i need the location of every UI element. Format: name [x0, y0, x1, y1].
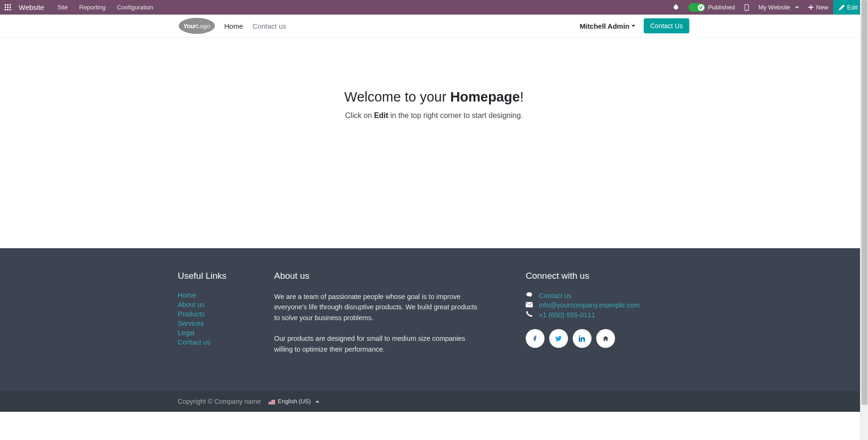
linkedin-button[interactable]: [573, 329, 592, 348]
bottom-bar: Copyright © Company name English (US): [0, 391, 868, 412]
facebook-icon: [532, 335, 538, 342]
svg-rect-17: [268, 402, 275, 402]
app-name[interactable]: Website: [19, 3, 44, 11]
facebook-button[interactable]: [526, 329, 544, 348]
svg-rect-1: [7, 4, 8, 6]
home-button[interactable]: [596, 329, 615, 348]
menu-configuration[interactable]: Configuration: [115, 4, 155, 11]
contact-us-button[interactable]: Contact Us: [644, 18, 689, 33]
svg-rect-20: [268, 400, 271, 402]
menu-site[interactable]: Site: [55, 4, 70, 11]
flag-icon: [268, 399, 275, 404]
svg-rect-2: [9, 4, 11, 6]
connect-title: Connect with us: [526, 271, 690, 281]
connect-phone-link[interactable]: +1 (650) 555-0111: [539, 311, 595, 319]
pencil-icon: [839, 5, 844, 10]
envelope-icon: [526, 301, 533, 309]
svg-rect-7: [7, 9, 8, 10]
svg-rect-13: [526, 302, 533, 307]
footer-link-legal[interactable]: Legal: [178, 329, 194, 337]
twitter-button[interactable]: [549, 329, 568, 348]
scrollbar-thumb[interactable]: [861, 0, 868, 405]
chat-icon: [526, 291, 533, 299]
bug-icon[interactable]: [668, 0, 684, 15]
main-content: Welcome to your Homepage! Click on Edit …: [0, 38, 868, 248]
footer-link-about[interactable]: About us: [178, 301, 205, 308]
home-icon: [602, 335, 609, 342]
menu-reporting[interactable]: Reporting: [77, 4, 107, 11]
plus-icon: [808, 5, 813, 10]
twitter-icon: [555, 335, 562, 342]
hero-subtitle: Click on Edit in the top right corner to…: [345, 111, 523, 120]
useful-links-list: Home About us Products Services Legal Co…: [178, 291, 265, 346]
footer: Useful Links Home About us Products Serv…: [0, 248, 868, 391]
check-icon: [698, 4, 704, 11]
hero-title: Welcome to your Homepage!: [344, 89, 523, 105]
nav-contact-us[interactable]: Contact us: [253, 22, 286, 30]
site-logo[interactable]: YourLogo: [179, 18, 215, 34]
footer-link-services[interactable]: Services: [178, 320, 204, 327]
publish-toggle-group[interactable]: Published: [684, 0, 740, 15]
copyright-text: Copyright © Company name: [178, 398, 261, 405]
my-website-dropdown[interactable]: My Website: [754, 0, 804, 15]
svg-rect-3: [5, 7, 6, 8]
phone-icon: [526, 311, 533, 319]
connect-email-link[interactable]: info@yourcompany.example.com: [539, 301, 639, 309]
language-selector[interactable]: English (US): [268, 398, 319, 405]
svg-rect-8: [9, 9, 11, 10]
svg-rect-4: [7, 7, 8, 8]
new-button[interactable]: New: [804, 0, 833, 15]
footer-link-contact[interactable]: Contact us: [178, 338, 210, 346]
mobile-preview-icon[interactable]: [740, 0, 754, 15]
user-menu-dropdown[interactable]: Mitchell Admin: [580, 22, 635, 30]
useful-links-title: Useful Links: [178, 271, 265, 281]
about-paragraph-1: We are a team of passionate people whose…: [274, 291, 481, 323]
svg-rect-19: [268, 404, 275, 404]
svg-rect-10: [675, 5, 677, 6]
svg-rect-18: [268, 403, 275, 403]
published-label: Published: [708, 4, 735, 11]
publish-toggle[interactable]: [688, 3, 705, 12]
about-us-title: About us: [274, 271, 481, 281]
site-header: YourLogo Home Contact us Mitchell Admin …: [0, 15, 868, 38]
svg-rect-5: [9, 7, 11, 8]
edit-button[interactable]: Edit: [833, 0, 863, 15]
linkedin-icon: [579, 335, 585, 342]
svg-rect-0: [5, 4, 6, 6]
footer-link-products[interactable]: Products: [178, 310, 205, 318]
svg-point-12: [746, 9, 747, 10]
about-paragraph-2: Our products are designed for small to m…: [274, 333, 481, 354]
apps-icon[interactable]: [5, 4, 11, 11]
nav-home[interactable]: Home: [224, 22, 243, 30]
connect-contact-link[interactable]: Contact us: [539, 292, 571, 299]
footer-link-home[interactable]: Home: [178, 291, 196, 299]
svg-rect-6: [5, 9, 6, 10]
admin-top-bar: Website Site Reporting Configuration Pub…: [0, 0, 868, 15]
vertical-scrollbar[interactable]: [860, 0, 868, 412]
